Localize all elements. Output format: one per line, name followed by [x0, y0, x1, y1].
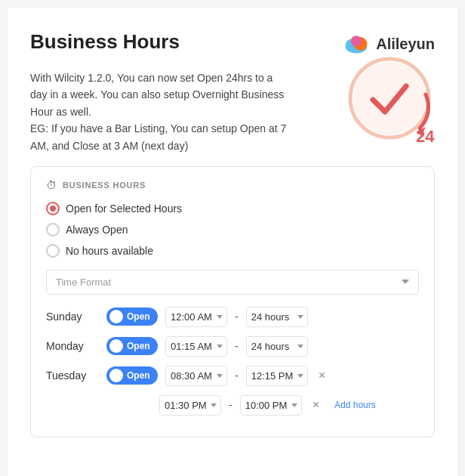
- svg-text:24: 24: [416, 127, 435, 146]
- tuesday-toggle-knob: [109, 369, 123, 382]
- radio-label-open-selected: Open for Selected Hours: [66, 202, 182, 215]
- monday-toggle-label: Open: [127, 341, 150, 351]
- radio-label-no-hours: No hours available: [66, 245, 153, 257]
- page-title: Business Hours: [30, 30, 180, 54]
- business-hours-card: ⏱ BUSINESS HOURS Open for Selected Hours…: [30, 166, 435, 437]
- monday-label: Monday: [46, 340, 99, 352]
- description-line2: EG: If you have a Bar Listing, You can s…: [30, 122, 286, 151]
- card-header-label: BUSINESS HOURS: [63, 181, 146, 190]
- clock-icon: ⏱: [46, 179, 57, 191]
- monday-end-time[interactable]: 24 hours 01:00 AM 12:00 PM: [246, 336, 308, 357]
- tuesday-start-time-1[interactable]: 08:30 AM 12:00 AM 01:00 PM: [165, 366, 227, 386]
- radio-always-open[interactable]: Always Open: [46, 223, 419, 236]
- monday-toggle[interactable]: Open: [106, 337, 158, 355]
- tuesday-toggle-label: Open: [127, 370, 150, 381]
- tuesday-row: Tuesday Open 08:30 AM 12:00 AM 01:00 PM …: [46, 366, 419, 386]
- logo-text: Alileyun: [376, 36, 435, 53]
- add-hours-link[interactable]: Add hours: [334, 400, 376, 410]
- monday-start-time[interactable]: 01:15 AM 12:00 AM 02:00 AM: [165, 336, 227, 357]
- svg-point-5: [353, 62, 426, 134]
- time-format-select[interactable]: Time Format 12-hour 24-hour: [46, 270, 419, 295]
- monday-row: Monday Open 01:15 AM 12:00 AM 02:00 AM -…: [46, 336, 419, 357]
- radio-no-hours[interactable]: No hours available: [46, 244, 419, 258]
- sunday-end-time[interactable]: 24 hours 01:00 AM 12:00 PM: [246, 307, 308, 327]
- tuesday-end-time-1[interactable]: 12:15 PM 24 hours 01:00 PM: [246, 366, 308, 386]
- monday-toggle-knob: [109, 339, 123, 353]
- tuesday-end-time-2[interactable]: 10:00 PM 11:00 PM 12:00 AM: [240, 395, 302, 416]
- sunday-toggle[interactable]: Open: [106, 308, 158, 326]
- sunday-dash: -: [235, 311, 239, 323]
- sunday-label: Sunday: [46, 311, 99, 323]
- tuesday-start-time-2[interactable]: 01:30 PM 12:00 AM 02:00 PM: [159, 395, 221, 416]
- radio-circle-no-hours: [46, 244, 60, 258]
- radio-open-selected[interactable]: Open for Selected Hours: [46, 202, 419, 215]
- tuesday-close-slot1[interactable]: ×: [316, 367, 328, 384]
- sunday-toggle-label: Open: [127, 311, 150, 322]
- radio-circle-always-open: [46, 223, 60, 236]
- description-block: With Wilcity 1.2.0, You can now set Open…: [30, 70, 287, 154]
- description-line1: With Wilcity 1.2.0, You can now set Open…: [30, 72, 284, 118]
- tuesday-toggle[interactable]: Open: [106, 366, 158, 385]
- radio-dot-open-selected: [50, 206, 56, 212]
- svg-point-3: [351, 36, 362, 46]
- page-container: Business Hours Alileyun With Wilcity 1.2…: [8, 8, 457, 476]
- monday-dash: -: [235, 340, 239, 352]
- radio-circle-open-selected: [46, 202, 60, 215]
- sunday-start-time[interactable]: 12:00 AM 01:00 AM 02:00 AM: [165, 307, 227, 327]
- radio-group: Open for Selected Hours Always Open No h…: [46, 202, 419, 258]
- tuesday-label: Tuesday: [46, 369, 99, 382]
- tuesday-sub-row: 01:30 PM 12:00 AM 02:00 PM - 10:00 PM 11…: [159, 395, 419, 416]
- clock-illustration: 24: [344, 53, 442, 151]
- radio-label-always-open: Always Open: [66, 224, 128, 236]
- card-header: ⏱ BUSINESS HOURS: [46, 179, 419, 191]
- clock-svg: 24: [344, 53, 442, 151]
- tuesday-close-slot2[interactable]: ×: [309, 397, 322, 413]
- tuesday-dash-2: -: [229, 399, 232, 411]
- sunday-row: Sunday Open 12:00 AM 01:00 AM 02:00 AM -…: [46, 307, 419, 327]
- tuesday-dash-1: -: [235, 369, 239, 382]
- sunday-toggle-knob: [109, 310, 123, 323]
